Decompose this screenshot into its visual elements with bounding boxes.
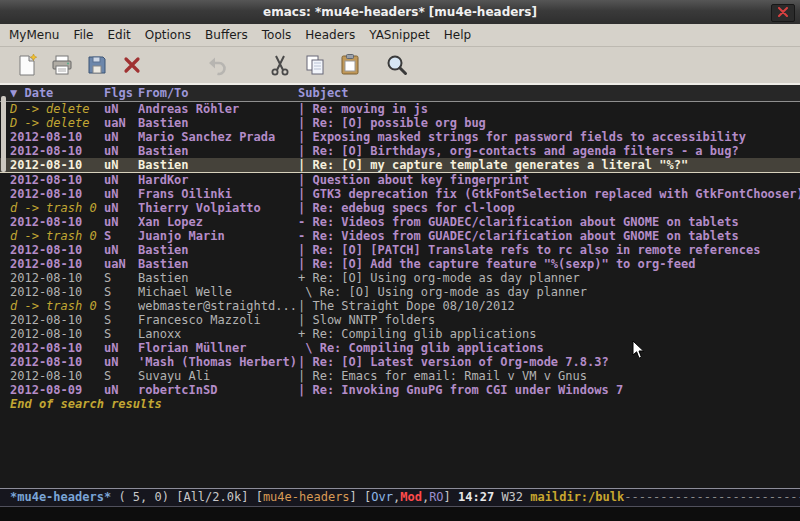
message-flags: uN	[104, 201, 138, 215]
message-row[interactable]: d -> trash 0uNThierry Volpiatto| Re: ede…	[0, 201, 800, 215]
message-date: 2012-08-10	[10, 257, 104, 271]
message-row[interactable]: 2012-08-10uNFlorian Müllner \ Re: Compil…	[0, 341, 800, 355]
print-button[interactable]	[49, 52, 75, 78]
menu-file[interactable]: File	[66, 25, 100, 45]
message-flags: uN	[104, 187, 138, 201]
menu-edit[interactable]: Edit	[101, 25, 138, 45]
menu-help[interactable]: Help	[437, 25, 478, 45]
window-title: emacs: *mu4e-headers* [mu4e-headers]	[263, 5, 537, 19]
header-line: ▼ Date Flgs From/To Subject	[0, 85, 800, 102]
message-row[interactable]: 2012-08-10SMichael Welle \ Re: [O] Using…	[0, 285, 800, 299]
message-flags: uaN	[104, 257, 138, 271]
message-date: 2012-08-10	[10, 173, 104, 187]
message-row[interactable]: d -> trash 0SJuanjo Marin- Re: Videos fr…	[0, 229, 800, 243]
menu-mymenu[interactable]: MyMenu	[2, 25, 66, 45]
message-date: 2012-08-10	[10, 243, 104, 257]
message-from: Bastien	[138, 243, 298, 257]
message-from: Bastien	[138, 144, 298, 158]
column-header-from[interactable]: From/To	[138, 85, 298, 101]
message-date: 2012-08-10	[10, 355, 104, 369]
message-from: Juanjo Marin	[138, 229, 298, 243]
message-row[interactable]: D -> deleteuNAndreas Röhler| Re: moving …	[0, 102, 800, 116]
modeline-plain: W32	[494, 490, 530, 504]
message-date: 2012-08-10	[10, 187, 104, 201]
message-date: d -> trash 0	[10, 229, 104, 243]
save-button[interactable]	[84, 52, 110, 78]
message-row[interactable]: 2012-08-10SSuvayu Ali| Re: Emacs for ema…	[0, 369, 800, 383]
message-row[interactable]: 2012-08-09uNrobertcInSD| Re: Invoking Gn…	[0, 383, 800, 397]
new-file-icon	[15, 53, 39, 77]
message-flags: uN	[104, 102, 138, 116]
message-row[interactable]: d -> trash 0Swebmaster@straightd...| The…	[0, 299, 800, 313]
column-header-flags[interactable]: Flgs	[104, 85, 138, 101]
message-row[interactable]: 2012-08-10uNBastien| Re: [O] [PATCH] Tra…	[0, 243, 800, 257]
modeline-plain: ] [	[350, 490, 372, 504]
message-subject: + Re: Compiling glib applications	[298, 327, 800, 341]
message-row[interactable]: 2012-08-10uNFrans Oilinki| GTK3 deprecat…	[0, 187, 800, 201]
undo-button[interactable]	[204, 52, 230, 78]
message-subject: | Re: [O] possible org bug	[298, 116, 800, 130]
scrollbar-thumb[interactable]	[1, 96, 6, 172]
emacs-window: emacs: *mu4e-headers* [mu4e-headers] MyM…	[0, 0, 800, 521]
echo-area[interactable]	[0, 507, 800, 521]
message-flags: S	[104, 369, 138, 383]
copy-button[interactable]	[302, 52, 328, 78]
message-flags: uN	[104, 341, 138, 355]
message-flags: uN	[104, 144, 138, 158]
message-row[interactable]: 2012-08-10uNBastien| Re: [O] Birthdays, …	[0, 144, 800, 158]
column-header-subject[interactable]: Subject	[298, 85, 800, 101]
message-date: 2012-08-10	[10, 341, 104, 355]
message-row[interactable]: 2012-08-10SFrancesco Mazzoli| Slow NNTP …	[0, 313, 800, 327]
message-row[interactable]: 2012-08-10SLanoxx+ Re: Compiling glib ap…	[0, 327, 800, 341]
message-row[interactable]: 2012-08-10uNMario Sanchez Prada| Exposin…	[0, 130, 800, 144]
menu-buffers[interactable]: Buffers	[198, 25, 255, 45]
menu-bar: MyMenuFileEditOptionsBuffersToolsHeaders…	[0, 24, 800, 47]
message-row[interactable]: 2012-08-10uNXan Lopez- Re: Videos from G…	[0, 215, 800, 229]
message-row[interactable]: 2012-08-10uNBastien| Re: [O] my capture …	[0, 158, 800, 173]
modeline-dashes: ----------------------------------------	[624, 490, 800, 504]
message-date: D -> delete	[10, 102, 104, 116]
paste-button[interactable]	[337, 52, 363, 78]
menu-options[interactable]: Options	[138, 25, 198, 45]
message-from: Florian Müllner	[138, 341, 298, 355]
message-subject: | Re: [O] Add the capture feature "%(sex…	[298, 257, 800, 271]
save-icon	[85, 53, 109, 77]
message-subject: \ Re: Compiling glib applications	[298, 341, 800, 355]
message-row[interactable]: 2012-08-10uaNBastien| Re: [O] Add the ca…	[0, 257, 800, 271]
cut-icon	[268, 53, 292, 77]
message-flags: uN	[104, 355, 138, 369]
message-subject: + Re: [O] Using org-mode as day planner	[298, 271, 800, 285]
new-file-button[interactable]	[14, 52, 40, 78]
close-button[interactable]	[119, 52, 145, 78]
close-button[interactable]	[771, 4, 795, 22]
toolbar	[0, 47, 800, 85]
message-from: Bastien	[138, 271, 298, 285]
undo-icon	[205, 53, 229, 77]
message-from: Mario Sanchez Prada	[138, 130, 298, 144]
print-icon	[50, 53, 74, 77]
menu-tools[interactable]: Tools	[255, 25, 299, 45]
message-subject: | Re: [O] Latest version of Org-mode 7.8…	[298, 355, 800, 369]
message-flags: S	[104, 299, 138, 313]
message-flags: S	[104, 229, 138, 243]
modeline-plain: ( 5, 0) [All/2.0k]	[111, 490, 256, 504]
message-from: Michael Welle	[138, 285, 298, 299]
message-list: D -> deleteuNAndreas Röhler| Re: moving …	[0, 102, 800, 397]
message-row[interactable]: 2012-08-10uNHardKor| Question about key …	[0, 173, 800, 187]
menu-yasnippet[interactable]: YASnippet	[362, 25, 437, 45]
message-row[interactable]: 2012-08-10uN'Mash (Thomas Herbert)| Re: …	[0, 355, 800, 369]
column-header-date[interactable]: ▼ Date	[10, 85, 104, 101]
modeline-ro: RO	[429, 490, 443, 504]
menu-headers[interactable]: Headers	[298, 25, 362, 45]
message-subject: | Slow NNTP folders	[298, 313, 800, 327]
message-subject: | Re: Invoking GnuPG from CGI under Wind…	[298, 383, 800, 397]
message-row[interactable]: D -> deleteuaNBastien| Re: [O] possible …	[0, 116, 800, 130]
search-button[interactable]	[384, 52, 410, 78]
message-date: 2012-08-10	[10, 313, 104, 327]
message-subject: | Re: [O] [PATCH] Translate refs to rc a…	[298, 243, 800, 257]
scrollbar	[0, 85, 8, 488]
message-from: HardKor	[138, 173, 298, 187]
close-icon	[120, 53, 144, 77]
message-row[interactable]: 2012-08-10SBastien+ Re: [O] Using org-mo…	[0, 271, 800, 285]
cut-button[interactable]	[267, 52, 293, 78]
